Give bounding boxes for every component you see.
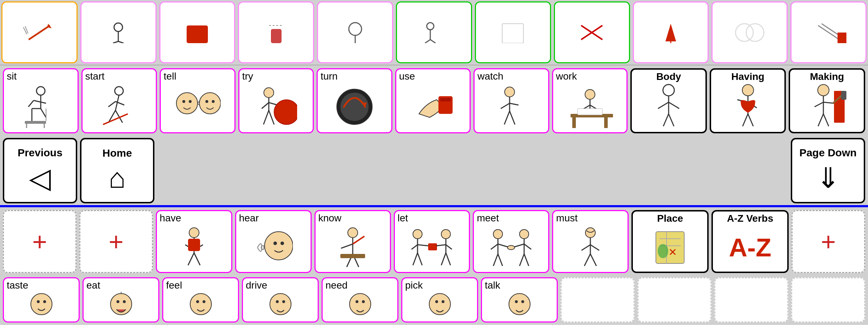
svg-point-13 [427,23,434,30]
svg-line-79 [663,114,669,126]
vocab-taste-label: taste [5,280,28,291]
add-cell-end[interactable]: + [792,210,865,273]
vocab-need[interactable]: need [322,277,398,323]
cat-place[interactable]: Place [631,210,709,273]
top-partial-row [0,0,868,65]
svg-point-98 [189,228,199,238]
vocab-have[interactable]: have [156,210,232,273]
svg-line-125 [446,245,452,249]
svg-line-42 [108,101,115,107]
vocab-must[interactable]: must [552,210,629,273]
prev-button[interactable]: Previous ◁ [3,138,77,203]
home-button[interactable]: Home ⌂ [80,138,154,203]
svg-line-94 [823,102,834,103]
cat-place-icon [651,225,690,270]
vocab-let[interactable]: let [394,210,470,273]
svg-line-80 [669,114,674,126]
svg-point-48 [199,93,221,114]
svg-rect-8 [187,25,208,43]
vocab-talk[interactable]: talk [481,277,558,323]
plus-icon-0: + [32,227,47,256]
partial-cell-10[interactable] [790,1,867,63]
home-icon: ⌂ [109,162,126,195]
svg-point-4 [114,23,123,31]
cat-place-label: Place [657,213,683,224]
partial-cell-6[interactable] [475,1,551,63]
svg-line-135 [524,254,529,266]
vocab-talk-icon [483,292,555,320]
partial-cell-9[interactable] [711,1,788,63]
vocab-meet-icon [475,225,547,271]
vocab-drive[interactable]: drive [242,277,319,323]
svg-point-47 [189,100,192,103]
partial-cell-7[interactable] [554,1,630,63]
partial-cell-2[interactable] [159,1,236,63]
cat-making[interactable]: Making [789,68,865,133]
vocab-tell-label: tell [162,71,176,82]
svg-line-134 [520,254,524,266]
vocab-pick-label: pick [404,280,423,291]
svg-point-23 [746,24,764,41]
vocab-watch[interactable]: watch [473,68,549,133]
bottom-row-1: + + have hear [0,207,868,274]
vocab-drive-label: drive [244,280,267,291]
vocab-sit[interactable]: sit [3,68,79,133]
svg-point-50 [212,100,215,103]
svg-point-173 [521,300,524,303]
svg-line-144 [590,245,599,250]
svg-point-51 [264,88,274,98]
svg-line-91 [818,114,823,126]
svg-line-85 [743,114,748,126]
vocab-meet-label: meet [475,213,499,224]
cat-making-label: Making [810,71,844,82]
partial-cell-1[interactable] [80,1,157,63]
vocab-meet[interactable]: meet [473,210,549,273]
vocab-use-label: use [398,71,415,82]
svg-line-16 [430,40,436,43]
add-cell-1[interactable]: + [79,210,153,273]
vocab-start[interactable]: start [81,68,157,133]
vocab-have-label: have [158,213,181,224]
svg-line-123 [446,253,450,265]
cat-az-verbs[interactable]: A-Z Verbs A-Z [711,210,789,273]
plus-icon-1: + [109,227,124,256]
vocab-try-icon [241,83,312,131]
partial-cell-3[interactable] [238,1,314,63]
vocab-turn-icon [319,83,390,131]
svg-line-68 [510,103,518,105]
svg-line-66 [510,111,515,124]
svg-line-115 [413,253,418,265]
vocab-eat-label: eat [85,280,100,291]
partial-cell-0[interactable] [1,1,78,63]
vocab-turn[interactable]: turn [317,68,392,133]
vocab-know[interactable]: know [314,210,391,273]
svg-point-152 [31,294,52,315]
add-cell-0[interactable]: + [3,210,76,273]
vocab-use[interactable]: use [395,68,471,133]
svg-line-141 [584,254,590,266]
vocab-work[interactable]: work [552,68,628,133]
vocab-pick[interactable]: pick [401,277,478,323]
vocab-sit-icon [5,83,76,131]
cat-body[interactable]: Body [630,68,707,133]
vocab-hear-label: hear [238,213,259,224]
vocab-tell[interactable]: tell [160,68,236,133]
svg-line-128 [493,254,498,266]
vocab-eat[interactable]: eat [83,277,159,323]
cat-body-label: Body [656,71,681,82]
svg-line-6 [113,41,118,43]
svg-line-65 [504,111,510,124]
partial-cell-5[interactable] [396,1,472,63]
partial-cell-8[interactable] [633,1,709,63]
svg-point-46 [182,100,185,103]
pagedown-button[interactable]: Page Down ⇓ [791,138,865,203]
vocab-know-icon [317,225,388,271]
vocab-taste[interactable]: taste [3,277,80,323]
partial-cell-4[interactable] [317,1,393,63]
vocab-try[interactable]: try [238,68,314,133]
vocab-pick-icon [404,292,476,320]
cat-having[interactable]: Having [710,68,786,133]
vocab-hear[interactable]: hear [235,210,312,273]
vocab-feel[interactable]: feel [162,277,239,323]
vocab-drive-icon [244,292,316,320]
